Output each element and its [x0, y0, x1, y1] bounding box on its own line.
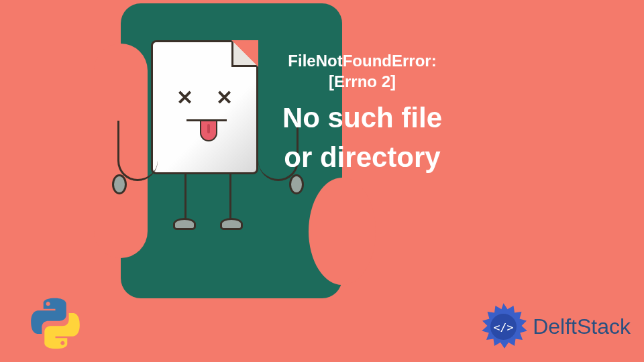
file-character-illustration: ✕ ✕ — [151, 40, 265, 248]
hand-left-icon — [112, 174, 127, 194]
error-text-block: FileNotFoundError: [Errno 2] No such fil… — [268, 50, 456, 178]
foot-right-icon — [220, 218, 243, 230]
svg-text:</>: </> — [494, 321, 514, 334]
arm-left-icon — [117, 121, 158, 181]
error-message: No such file or directory — [268, 99, 456, 178]
file-body-icon: ✕ ✕ — [151, 40, 258, 174]
leg-right-icon — [229, 174, 231, 221]
foot-left-icon — [173, 218, 196, 230]
x-eye-right-icon: ✕ — [216, 86, 233, 109]
delftstack-emblem-icon: </> — [478, 302, 529, 352]
delftstack-logo: </> DelftStack — [478, 302, 631, 352]
delftstack-brand-text: DelftStack — [533, 314, 631, 339]
error-title: FileNotFoundError: — [268, 50, 456, 71]
tongue-icon — [200, 121, 217, 141]
x-eye-left-icon: ✕ — [176, 86, 193, 109]
python-logo-icon — [27, 295, 84, 352]
error-code: [Errno 2] — [268, 71, 456, 92]
leg-left-icon — [184, 174, 186, 221]
